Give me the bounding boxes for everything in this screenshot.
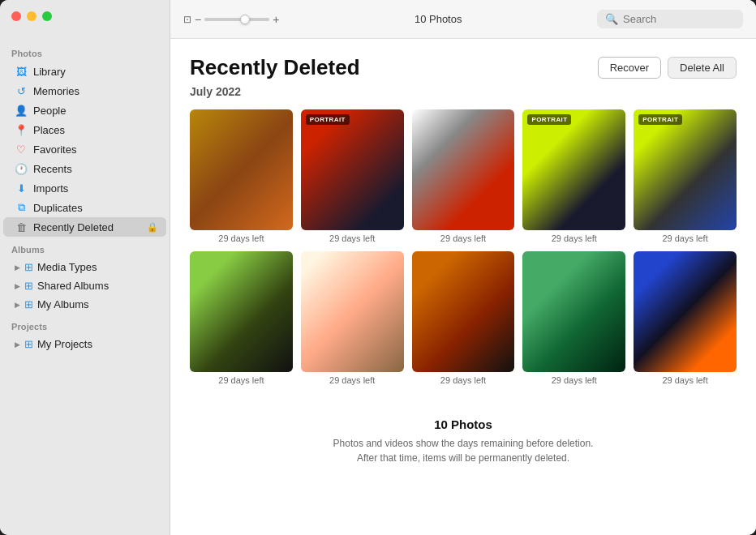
sidebar-item-my-projects[interactable]: ▶ ⊞ My Projects: [3, 335, 166, 353]
chevron-right-icon: ▶: [15, 340, 20, 349]
photo-days-label: 29 days left: [552, 233, 597, 243]
photo-thumbnail: [412, 109, 515, 230]
sidebar-item-favorites[interactable]: ♡ Favorites: [3, 139, 166, 159]
photo-item[interactable]: 29 days left: [412, 251, 515, 385]
photo-item[interactable]: 29 days left: [412, 109, 515, 243]
library-icon: 🖼: [15, 65, 28, 78]
photo-item[interactable]: 29 days left: [190, 109, 293, 243]
photo-item[interactable]: 29 days left: [301, 251, 404, 385]
chevron-right-icon: ▶: [15, 263, 20, 272]
sidebar-item-library[interactable]: 🖼 Library: [3, 62, 166, 81]
portrait-badge: PORTRAIT: [638, 114, 682, 125]
sidebar-item-imports[interactable]: ⬇ Imports: [3, 178, 166, 198]
my-projects-icon: ⊞: [24, 338, 33, 350]
sidebar-item-places[interactable]: 📍 Places: [3, 120, 166, 139]
minimize-button[interactable]: [27, 11, 37, 21]
sidebar-item-people[interactable]: 👤 People: [3, 101, 166, 120]
toolbar: ⊡ − + 10 Photos 🔍: [170, 0, 756, 39]
sidebar-item-label: People: [33, 105, 66, 117]
fullscreen-button[interactable]: [42, 11, 52, 21]
page-title: Recently Deleted: [190, 55, 360, 80]
sidebar-item-shared-albums[interactable]: ▶ ⊞ Shared Albums: [3, 276, 166, 295]
sidebar-item-memories[interactable]: ↺ Memories: [3, 81, 166, 101]
sidebar-item-recently-deleted[interactable]: 🗑 Recently Deleted 🔒: [3, 217, 166, 237]
sidebar-item-label: Favorites: [33, 143, 76, 156]
photo-thumbnail: [190, 251, 293, 372]
traffic-lights: [11, 11, 52, 21]
footer-count: 10 Photos: [190, 417, 737, 431]
chevron-right-icon: ▶: [15, 301, 20, 309]
sidebar: Photos 🖼 Library ↺ Memories 👤 People 📍 P…: [0, 0, 170, 535]
trash-icon: 🗑: [15, 220, 28, 233]
zoom-slider[interactable]: [204, 18, 269, 21]
sidebar-item-label: Duplicates: [33, 202, 83, 214]
photo-item[interactable]: PORTRAIT 29 days left: [634, 109, 737, 243]
sidebar-item-recents[interactable]: 🕐 Recents: [3, 159, 166, 178]
sidebar-item-media-types[interactable]: ▶ ⊞ Media Types: [3, 258, 166, 276]
sidebar-item-label: Places: [33, 124, 65, 136]
photo-days-label: 29 days left: [662, 375, 707, 385]
photo-days-label: 29 days left: [552, 375, 597, 385]
search-input[interactable]: [623, 13, 737, 25]
favorites-icon: ♡: [15, 143, 28, 156]
content-area: Recently Deleted Recover Delete All July…: [170, 39, 756, 535]
toolbar-title: 10 Photos: [287, 13, 589, 25]
main-content: ⊡ − + 10 Photos 🔍 Recently Deleted Recov…: [170, 0, 756, 535]
delete-all-button[interactable]: Delete All: [668, 57, 737, 79]
zoom-plus-icon[interactable]: +: [273, 13, 279, 26]
zoom-minus-icon[interactable]: −: [195, 13, 201, 26]
memories-icon: ↺: [15, 84, 28, 97]
recover-button[interactable]: Recover: [598, 57, 661, 79]
recents-icon: 🕐: [15, 162, 28, 175]
sidebar-item-label: My Projects: [37, 338, 92, 350]
close-button[interactable]: [11, 11, 21, 21]
projects-section-label: Projects: [0, 314, 170, 335]
photo-days-label: 29 days left: [440, 375, 486, 385]
photo-item[interactable]: 29 days left: [634, 251, 737, 385]
photo-thumbnail: PORTRAIT: [634, 109, 737, 230]
sidebar-item-label: My Albums: [37, 298, 89, 310]
lock-icon: 🔒: [147, 222, 158, 233]
sidebar-item-label: Shared Albums: [37, 280, 109, 292]
photo-item[interactable]: 29 days left: [522, 251, 625, 385]
footer-desc-line2: After that time, items will be permanent…: [357, 452, 569, 464]
photo-days-label: 29 days left: [662, 233, 707, 243]
zoom-thumb[interactable]: [240, 15, 250, 24]
sidebar-item-label: Memories: [33, 85, 79, 97]
portrait-badge: PORTRAIT: [527, 114, 571, 125]
sidebar-item-label: Imports: [33, 182, 68, 195]
photo-days-label: 29 days left: [440, 233, 486, 243]
people-icon: 👤: [15, 104, 28, 117]
imports-icon: ⬇: [15, 182, 28, 195]
app-window: Photos 🖼 Library ↺ Memories 👤 People 📍 P…: [0, 0, 756, 535]
action-buttons: Recover Delete All: [598, 57, 737, 79]
shared-albums-icon: ⊞: [24, 280, 33, 292]
photos-section-label: Photos: [0, 41, 170, 62]
photo-item[interactable]: PORTRAIT 29 days left: [301, 109, 404, 243]
search-icon: 🔍: [605, 13, 618, 25]
slideshow-icon: ⊡: [183, 14, 191, 25]
sidebar-item-label: Media Types: [37, 261, 97, 273]
photo-days-label: 29 days left: [329, 375, 375, 385]
photo-days-label: 29 days left: [218, 233, 264, 243]
photo-thumbnail: PORTRAIT: [522, 109, 625, 230]
content-header: Recently Deleted Recover Delete All: [190, 55, 737, 80]
photo-thumbnail: [190, 109, 293, 230]
chevron-right-icon: ▶: [15, 282, 20, 290]
photo-grid: 29 days left PORTRAIT 29 days left 29 da…: [190, 109, 737, 385]
date-section: July 2022: [190, 85, 737, 98]
photo-thumbnail: [412, 251, 515, 372]
footer-desc-line1: Photos and videos show the days remainin…: [333, 438, 594, 449]
portrait-badge: PORTRAIT: [306, 114, 350, 125]
albums-section-label: Albums: [0, 237, 170, 258]
sidebar-item-duplicates[interactable]: ⧉ Duplicates: [3, 198, 166, 217]
media-types-icon: ⊞: [24, 261, 33, 273]
search-box[interactable]: 🔍: [597, 10, 743, 28]
photo-item[interactable]: 29 days left: [190, 251, 293, 385]
photo-item[interactable]: PORTRAIT 29 days left: [522, 109, 625, 243]
sidebar-item-my-albums[interactable]: ▶ ⊞ My Albums: [3, 295, 166, 314]
places-icon: 📍: [15, 123, 28, 136]
photo-days-label: 29 days left: [329, 233, 375, 243]
zoom-control: ⊡ − +: [183, 13, 279, 26]
photo-thumbnail: [634, 251, 737, 372]
